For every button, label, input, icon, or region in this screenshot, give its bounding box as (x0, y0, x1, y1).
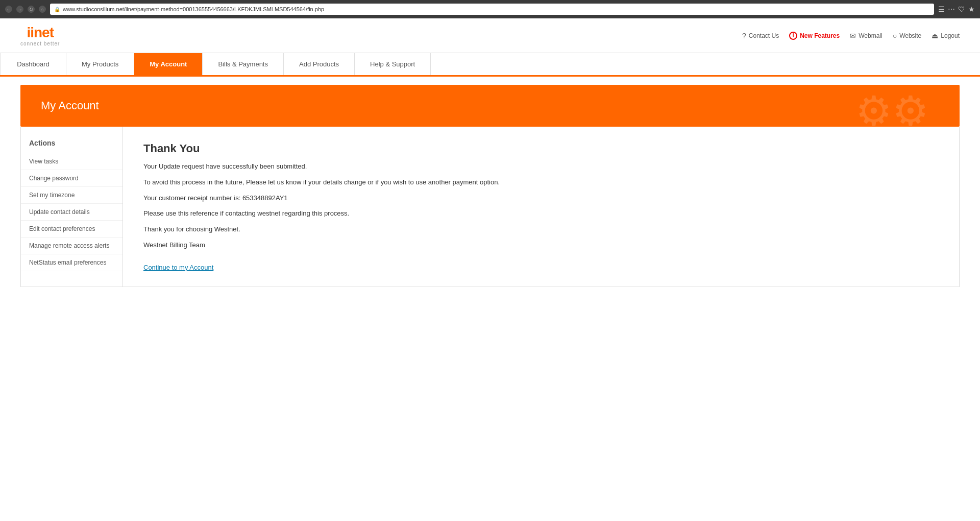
url-text: www.studioconsilium.net/iinet/payment-me… (63, 6, 324, 12)
home-button[interactable]: ⌂ (39, 6, 46, 13)
contact-us-label: Contact Us (749, 32, 779, 39)
bookmark-icon[interactable]: ☰ (938, 5, 945, 13)
url-bar[interactable]: 🔒 www.studioconsilium.net/iinet/payment-… (50, 4, 934, 15)
continue-link[interactable]: Continue to my Account (143, 264, 213, 271)
sidebar-item-view-tasks[interactable]: View tasks (21, 153, 122, 170)
website-label: Website (899, 32, 921, 39)
sidebar: Actions View tasks Change password Set m… (21, 127, 123, 287)
browser-chrome: ← → ↻ ⌂ 🔒 www.studioconsilium.net/iinet/… (0, 0, 980, 18)
line4: Thank you for choosing Westnet. (143, 224, 939, 235)
line1: Your Update request have successfully be… (143, 161, 939, 172)
new-features-icon: i (789, 32, 797, 40)
contact-us-link[interactable]: ? Contact Us (742, 32, 779, 40)
tab-my-products[interactable]: My Products (66, 53, 134, 75)
lock-icon: 🔒 (54, 7, 60, 12)
logo-text: iinet (27, 25, 54, 41)
logo: iinet connect better (20, 25, 60, 46)
sidebar-item-change-password[interactable]: Change password (21, 170, 122, 187)
tab-my-account[interactable]: My Account (134, 53, 203, 75)
sidebar-item-edit-preferences[interactable]: Edit contact preferences (21, 221, 122, 238)
contact-us-icon: ? (742, 32, 746, 40)
sidebar-item-manage-remote[interactable]: Manage remote access alerts (21, 238, 122, 254)
tab-add-products[interactable]: Add Products (284, 53, 355, 75)
page-title: My Account (41, 99, 939, 112)
forward-button[interactable]: → (16, 6, 23, 13)
thank-you-heading: Thank You (143, 142, 939, 155)
shield-icon: 🛡 (958, 5, 965, 13)
logout-label: Logout (941, 32, 960, 39)
logo-sub: connect better (20, 41, 60, 46)
reload-button[interactable]: ↻ (28, 6, 35, 13)
new-features-link[interactable]: i New Features (789, 32, 840, 40)
line2: To avoid this process in the future, Ple… (143, 177, 939, 188)
back-button[interactable]: ← (5, 6, 12, 13)
website-icon: ○ (893, 32, 897, 40)
sidebar-item-netstatus-email[interactable]: NetStatus email preferences (21, 254, 122, 271)
sidebar-heading: Actions (21, 135, 122, 153)
content-area: Actions View tasks Change password Set m… (20, 127, 960, 287)
tab-bills-payments[interactable]: Bills & Payments (203, 53, 284, 75)
webmail-icon: ✉ (850, 32, 856, 40)
sidebar-item-set-timezone[interactable]: Set my timezone (21, 187, 122, 204)
tab-help-support[interactable]: Help & Support (355, 53, 431, 75)
line3: Please use this reference if contacting … (143, 208, 939, 219)
more-icon[interactable]: ⋯ (948, 5, 955, 13)
page-banner: ⚙⚙ My Account (20, 85, 960, 127)
new-features-label: New Features (800, 32, 840, 39)
team-name: Westnet Billing Team (143, 240, 939, 251)
logout-link[interactable]: ⏏ Logout (932, 32, 960, 40)
header: iinet connect better ? Contact Us i New … (0, 18, 980, 53)
page: iinet connect better ? Contact Us i New … (0, 18, 980, 521)
star-icon[interactable]: ★ (968, 5, 975, 13)
receipt-number: Your customer receipt number is: 6533488… (143, 193, 939, 204)
logout-icon: ⏏ (932, 32, 938, 40)
webmail-label: Webmail (859, 32, 882, 39)
tab-dashboard[interactable]: Dashboard (0, 53, 66, 75)
main-nav: Dashboard My Products My Account Bills &… (0, 53, 980, 77)
browser-toolbar-right: ☰ ⋯ 🛡 ★ (938, 5, 975, 13)
main-content: Thank You Your Update request have succe… (123, 127, 959, 287)
header-nav: ? Contact Us i New Features ✉ Webmail ○ … (742, 32, 960, 40)
website-link[interactable]: ○ Website (893, 32, 922, 40)
webmail-link[interactable]: ✉ Webmail (850, 32, 882, 40)
sidebar-item-update-contact[interactable]: Update contact details (21, 204, 122, 221)
